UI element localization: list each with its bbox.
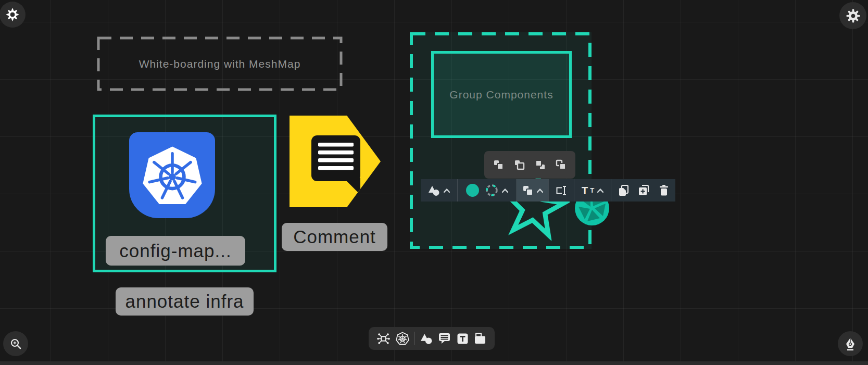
arrange-button[interactable] [522, 185, 543, 196]
shapes-tool[interactable] [420, 333, 433, 345]
zoom-in-icon [10, 338, 22, 350]
whiteboard-note-box[interactable]: White-boarding with MeshMap [97, 36, 343, 91]
kubernetes-wheel-icon [396, 332, 409, 345]
layers-icon [522, 185, 534, 196]
toolbar-divider [414, 332, 415, 345]
chevron-up-icon [444, 188, 450, 193]
note-icon [474, 333, 486, 345]
chevron-up-icon [597, 188, 603, 193]
group-components-box[interactable]: Group Components [431, 51, 572, 138]
pen-nib-icon [844, 337, 857, 351]
note-tool[interactable] [474, 333, 486, 345]
comment-node-label[interactable]: Comment [282, 223, 387, 251]
settings-button[interactable] [839, 2, 866, 29]
copy-icon [618, 184, 630, 197]
meshery-logo-button[interactable] [0, 2, 26, 28]
kubernetes-tool[interactable] [396, 332, 409, 345]
tools-toolbar [369, 327, 495, 350]
shapes-icon [420, 333, 433, 345]
format-toolbar: T T [421, 179, 675, 202]
resize-section [548, 179, 574, 202]
bring-to-front-icon[interactable] [512, 158, 526, 172]
delete-button[interactable] [658, 184, 670, 196]
kubernetes-icon [129, 132, 215, 218]
text-style-icon: T [582, 185, 588, 196]
style-section [457, 179, 517, 202]
zoom-button[interactable] [3, 331, 28, 356]
whiteboard-canvas[interactable]: White-boarding with MeshMap config-map.. [0, 0, 868, 365]
actions-section [611, 179, 675, 202]
send-backward-icon[interactable] [534, 158, 547, 172]
group-components-title: Group Components [449, 89, 553, 101]
copy-button[interactable] [618, 184, 630, 197]
comment-tool[interactable] [438, 332, 451, 345]
layer-arrange-menu [484, 151, 575, 179]
annotation-label[interactable]: annotate infra [116, 287, 254, 316]
chevron-up-icon [537, 188, 543, 193]
resize-button[interactable] [555, 185, 568, 196]
shape-picker-section [421, 179, 457, 202]
text-style-section: T T [574, 179, 611, 202]
meshery-logo-icon [5, 7, 20, 22]
kubernetes-node-label[interactable]: config-map... [106, 236, 245, 266]
fill-color-swatch[interactable] [466, 184, 479, 197]
dashed-circle-icon [485, 183, 499, 197]
gear-icon [846, 9, 860, 23]
comment-bubble-icon [290, 116, 381, 207]
arrange-section [517, 179, 548, 202]
bottom-edge-bar [0, 361, 868, 365]
kubernetes-node[interactable]: config-map... [93, 115, 276, 272]
pen-tool-button[interactable] [838, 331, 863, 356]
trash-icon [658, 184, 670, 196]
resize-width-icon [555, 185, 568, 196]
stroke-style-button[interactable] [485, 183, 508, 197]
text-tool[interactable] [457, 333, 469, 345]
mesh-component-tool[interactable] [377, 332, 390, 345]
shape-picker-button[interactable] [428, 185, 450, 196]
send-to-back-icon[interactable] [555, 158, 568, 172]
mesh-component-icon [377, 332, 390, 345]
text-style-button[interactable]: T T [582, 185, 603, 196]
duplicate-plus-icon [638, 184, 650, 197]
chevron-up-icon [502, 188, 508, 193]
comment-node[interactable] [290, 116, 381, 207]
whiteboard-note-text: White-boarding with MeshMap [97, 36, 343, 91]
duplicate-button[interactable] [638, 184, 650, 197]
text-tool-icon [457, 333, 469, 345]
bring-forward-icon[interactable] [492, 158, 505, 172]
comment-icon [438, 332, 451, 345]
shapes-icon [428, 185, 441, 196]
